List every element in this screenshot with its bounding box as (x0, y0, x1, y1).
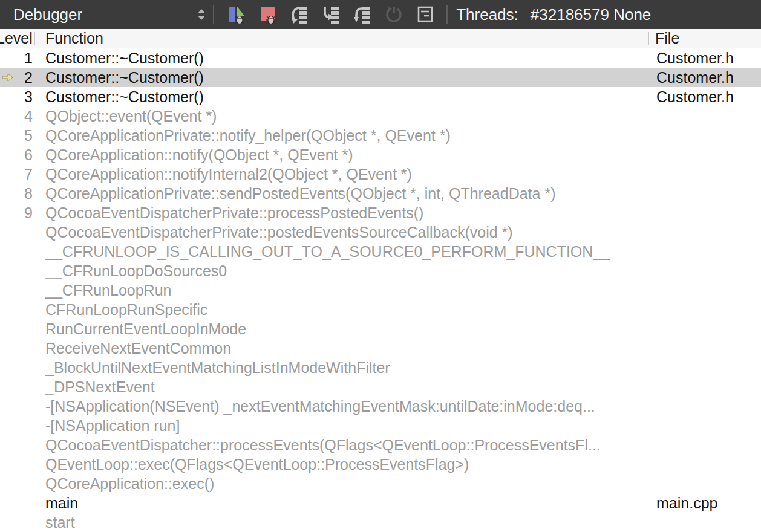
frame-function: -[NSApplication(NSEvent) _nextEventMatch… (45, 398, 656, 415)
frame-function: QCoreApplicationPrivate::sendPostedEvent… (45, 185, 656, 203)
frame-function: Customer::~Customer() (45, 88, 656, 106)
frame-level: 8 (15, 185, 33, 203)
stack-frame-row[interactable]: -[NSApplication run] (0, 416, 761, 435)
stack-frame-row[interactable]: _BlockUntilNextEventMatchingListInModeWi… (0, 358, 761, 377)
step-into-button[interactable] (322, 4, 340, 25)
interrupt-power-button[interactable] (385, 4, 403, 25)
frame-function: QCocoaEventDispatcherPrivate::processPos… (45, 204, 656, 222)
stack-frame-row[interactable]: -[NSApplication(NSEvent) _nextEventMatch… (0, 397, 761, 416)
frame-function: QCoreApplication::notify(QObject *, QEve… (45, 146, 656, 164)
frame-function: QObject::event(QEvent *) (45, 108, 656, 125)
stack-frame-row[interactable]: 2 Customer::~Customer() Customer.h (0, 68, 761, 87)
column-header-file[interactable]: File (655, 29, 679, 48)
continue-debugging-button[interactable] (227, 4, 246, 25)
interrupt-power-icon (385, 4, 403, 25)
stack-frame-row[interactable]: CFRunLoopRunSpecific (0, 300, 761, 319)
column-divider[interactable] (34, 32, 35, 45)
column-header-function[interactable]: Function (45, 29, 103, 48)
stack-frame-row[interactable]: 5 QCoreApplicationPrivate::notify_helper… (0, 126, 761, 145)
frame-file: Customer.h (656, 88, 761, 106)
frame-function: Customer::~Customer() (45, 69, 656, 86)
current-frame-arrow-icon (1, 73, 13, 82)
stack-frame-row[interactable]: main main.cpp (0, 493, 761, 513)
row-gutter (0, 498, 15, 508)
frame-file: main.cpp (656, 495, 761, 512)
stack-frame-row[interactable]: start (0, 513, 761, 532)
stack-frame-list: 1 Customer::~Customer() Customer.h 2 Cus… (0, 48, 761, 532)
stack-frame-row[interactable]: 8 QCoreApplicationPrivate::sendPostedEve… (0, 184, 761, 203)
frame-level: 6 (15, 146, 33, 164)
row-gutter (0, 131, 15, 140)
row-gutter (0, 111, 15, 121)
row-gutter (0, 247, 15, 256)
stack-frame-row[interactable]: QCocoaEventDispatcherPrivate::postedEven… (0, 222, 761, 242)
frame-level: 3 (15, 88, 33, 106)
column-divider[interactable] (648, 32, 649, 45)
frame-function: ReceiveNextEventCommon (45, 340, 656, 357)
frame-function: QCoreApplication::notifyInternal2(QObjec… (45, 166, 656, 183)
stack-frame-row[interactable]: 1 Customer::~Customer() Customer.h (0, 48, 761, 68)
stack-frame-row[interactable]: ReceiveNextEventCommon (0, 339, 761, 358)
frame-function: Customer::~Customer() (45, 50, 656, 67)
toolbar-separator (446, 5, 448, 24)
frame-function: _BlockUntilNextEventMatchingListInModeWi… (45, 359, 656, 377)
frame-function: __CFRUNLOOP_IS_CALLING_OUT_TO_A_SOURCE0_… (45, 243, 656, 261)
debugger-toolbar: Debugger (0, 0, 761, 29)
stop-debugger-icon (259, 4, 277, 25)
column-header-level[interactable]: Level (0, 29, 33, 48)
frame-file: Customer.h (656, 50, 761, 67)
row-gutter (0, 169, 15, 179)
row-gutter (0, 363, 15, 372)
operate-by-instruction-icon (416, 4, 434, 25)
frame-level: 2 (15, 69, 33, 86)
frame-function: start (45, 514, 656, 531)
stack-frame-row[interactable]: 9 QCocoaEventDispatcherPrivate::processP… (0, 203, 761, 222)
frame-level: 4 (15, 108, 33, 125)
row-gutter (0, 285, 15, 295)
stop-debugger-button[interactable] (259, 4, 277, 25)
frame-file: Customer.h (656, 69, 761, 86)
stack-frame-row[interactable]: _DPSNextEvent (0, 377, 761, 397)
row-gutter (0, 208, 15, 218)
frame-function: _DPSNextEvent (45, 378, 656, 396)
stack-frame-row[interactable]: 7 QCoreApplication::notifyInternal2(QObj… (0, 164, 761, 184)
row-gutter (0, 53, 15, 63)
thread-selector[interactable]: #32186579 None (531, 5, 652, 24)
stack-frame-row[interactable]: QCoreApplication::exec() (0, 474, 761, 493)
stack-frame-row[interactable]: __CFRunLoopDoSources0 (0, 261, 761, 281)
stack-frame-row[interactable]: __CFRUNLOOP_IS_CALLING_OUT_TO_A_SOURCE0_… (0, 242, 761, 261)
row-gutter (0, 459, 15, 469)
stack-frame-row[interactable]: 3 Customer::~Customer() Customer.h (0, 87, 761, 106)
row-gutter (0, 440, 15, 450)
row-gutter (0, 343, 15, 353)
frame-function: -[NSApplication run] (45, 417, 656, 435)
continue-debugging-icon (227, 4, 246, 25)
row-gutter (0, 150, 15, 160)
step-over-icon (290, 4, 309, 25)
operate-by-instruction-button[interactable] (416, 4, 434, 25)
stack-frame-row[interactable]: 6 QCoreApplication::notify(QObject *, QE… (0, 145, 761, 164)
frame-function: QCoreApplication::exec() (45, 475, 656, 493)
threads-label: Threads: (456, 5, 518, 24)
frame-level: 9 (15, 204, 33, 222)
row-gutter (0, 401, 15, 411)
frame-function: QEventLoop::exec(QFlags<QEventLoop::Proc… (45, 456, 656, 473)
frame-level: 1 (15, 50, 33, 67)
stack-frame-row[interactable]: RunCurrentEventLoopInMode (0, 319, 761, 339)
stack-frame-row[interactable]: 4 QObject::event(QEvent *) (0, 106, 761, 126)
row-gutter (0, 421, 15, 430)
panel-title: Debugger (13, 5, 82, 24)
stack-frame-row[interactable]: QEventLoop::exec(QFlags<QEventLoop::Proc… (0, 455, 761, 474)
step-over-button[interactable] (290, 4, 309, 25)
stack-frame-row[interactable]: QCocoaEventDispatcher::processEvents(QFl… (0, 435, 761, 455)
frame-function: QCocoaEventDispatcher::processEvents(QFl… (45, 436, 656, 454)
stack-frame-row[interactable]: __CFRunLoopRun (0, 281, 761, 300)
row-gutter (0, 73, 15, 82)
view-selector-arrows-icon[interactable] (197, 8, 206, 21)
row-gutter (0, 92, 15, 102)
frame-function: CFRunLoopRunSpecific (45, 301, 656, 319)
step-out-button[interactable] (353, 4, 371, 25)
frame-function: QCocoaEventDispatcherPrivate::postedEven… (45, 224, 656, 241)
row-gutter (0, 324, 15, 334)
row-gutter (0, 479, 15, 488)
